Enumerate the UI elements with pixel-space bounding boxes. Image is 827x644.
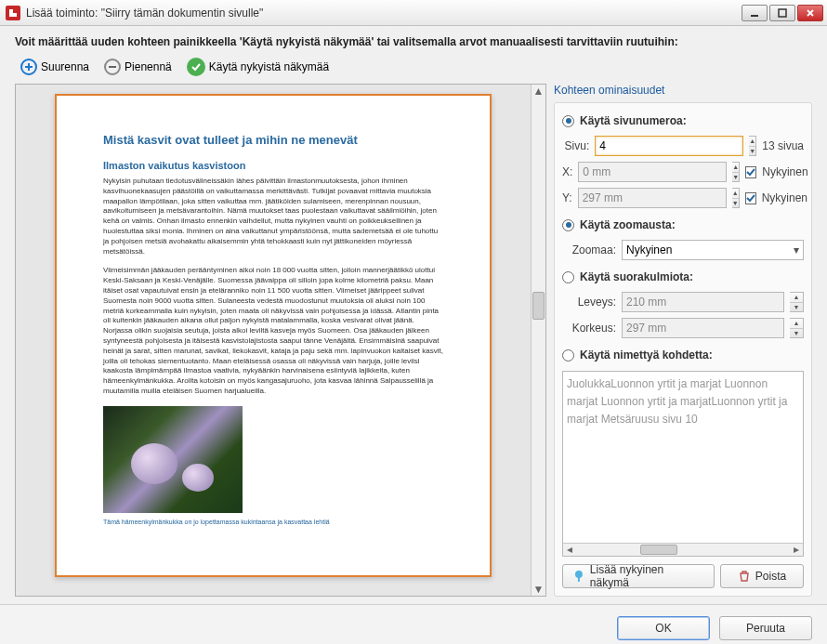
x-spinner: ▲▼ [732, 162, 740, 182]
chevron-down-icon: ▾ [794, 243, 799, 256]
doc-caption: Tämä hämeenkylmänkukka on jo lopettamass… [103, 519, 443, 525]
pin-icon [572, 570, 585, 583]
page-number-input[interactable] [595, 136, 743, 156]
radio-use-named-target[interactable] [562, 349, 574, 361]
minus-icon [104, 59, 121, 75]
zoom-in-label: Suurenna [41, 60, 89, 73]
radio-use-named-label: Käytä nimettyä kohdetta: [580, 348, 713, 361]
dialog-footer: OK Peruuta [0, 604, 827, 644]
radio-use-rectangle-label: Käytä suorakulmiota: [580, 270, 693, 283]
side-title: Kohteen ominaisuudet [554, 84, 812, 97]
label-zoom: Zoomaa: [562, 243, 616, 256]
zoom-toolbar: Suurenna Pienennä Käytä nykyistä näkymää [15, 56, 812, 78]
cancel-button[interactable]: Peruuta [719, 616, 812, 640]
preview-scroll[interactable]: Mistä kasvit ovat tulleet ja mihin ne me… [16, 85, 531, 596]
y-current-label: Nykyinen [762, 191, 807, 204]
scroll-thumb[interactable] [532, 292, 545, 320]
y-input [578, 188, 727, 208]
width-input [622, 292, 784, 312]
doc-para-2: Viimeisimmän jääkauden perääntyminen alk… [103, 266, 443, 396]
height-input [622, 318, 784, 338]
label-page: Sivu: [562, 139, 589, 152]
scroll-left-icon[interactable]: ◂ [563, 541, 576, 557]
y-spinner: ▲▼ [732, 188, 740, 208]
zoom-in-button[interactable]: Suurenna [15, 57, 95, 77]
zoom-combo[interactable]: Nykyinen ▾ [622, 240, 804, 260]
radio-use-rectangle[interactable] [562, 271, 574, 283]
svg-point-2 [575, 571, 583, 578]
delete-button[interactable]: Poista [720, 564, 804, 588]
close-button[interactable] [797, 5, 823, 21]
horizontal-scrollbar[interactable]: ◂ ▸ [563, 543, 803, 556]
page-total-label: 13 sivua [762, 139, 804, 152]
zoom-combo-value: Nykyinen [626, 243, 672, 256]
window-title: Lisää toiminto: "Siirry tämän dokumentin… [26, 7, 742, 20]
delete-label: Poista [755, 570, 786, 583]
use-current-view-button[interactable]: Käytä nykyistä näkymää [181, 56, 335, 78]
properties-panel: Käytä sivunumeroa: Sivu: ▲▼ 13 sivua X: … [554, 102, 812, 597]
instruction-text: Voit määrittää uuden kohteen painikkeell… [15, 35, 812, 48]
hscroll-thumb[interactable] [640, 545, 677, 555]
radio-use-page-number[interactable] [562, 115, 574, 127]
height-spinner: ▲▼ [790, 318, 804, 338]
vertical-scrollbar[interactable]: ▲ ▼ [531, 85, 545, 596]
svg-rect-0 [751, 15, 758, 17]
trash-icon [738, 570, 751, 583]
label-width: Leveys: [562, 296, 616, 309]
add-current-view-button[interactable]: Lisää nykyinen näkymä [562, 564, 715, 588]
x-current-checkbox[interactable] [745, 166, 756, 178]
named-targets-list[interactable]: JuolukkaLuonnon yrtit ja marjat Luonnon … [562, 371, 804, 557]
page-spinner[interactable]: ▲▼ [749, 136, 756, 156]
x-input [578, 162, 727, 182]
radio-use-zoom[interactable] [562, 219, 574, 231]
radio-use-zoom-label: Käytä zoomausta: [580, 218, 676, 231]
svg-rect-1 [779, 9, 786, 17]
named-targets-text: JuolukkaLuonnon yrtit ja marjat Luonnon … [567, 375, 799, 429]
label-y: Y: [562, 191, 572, 204]
y-current-checkbox[interactable] [745, 192, 756, 204]
preview-pane: Mistä kasvit ovat tulleet ja mihin ne me… [15, 84, 546, 597]
app-icon [6, 6, 20, 20]
label-x: X: [562, 165, 572, 178]
use-current-label: Käytä nykyistä näkymää [209, 60, 329, 73]
x-current-label: Nykyinen [762, 165, 807, 178]
doc-subheading: Ilmaston vaikutus kasvistoon [103, 160, 443, 171]
doc-para-1: Nykyisin puhutaan tiedotusvälineissäkin … [103, 177, 443, 256]
title-bar: Lisää toiminto: "Siirry tämän dokumentin… [0, 0, 827, 26]
label-height: Korkeus: [562, 322, 616, 335]
doc-photo [103, 406, 243, 513]
plus-icon [20, 59, 37, 75]
doc-heading: Mistä kasvit ovat tulleet ja mihin ne me… [103, 133, 443, 147]
add-current-view-label: Lisää nykyinen näkymä [590, 563, 704, 589]
scroll-up-icon[interactable]: ▲ [532, 85, 545, 98]
radio-use-page-label: Käytä sivunumeroa: [580, 114, 687, 127]
ok-button[interactable]: OK [617, 616, 710, 640]
page-preview[interactable]: Mistä kasvit ovat tulleet ja mihin ne me… [55, 94, 492, 577]
scroll-right-icon[interactable]: ▸ [790, 541, 803, 557]
minimize-button[interactable] [742, 5, 768, 21]
maximize-button[interactable] [769, 5, 795, 21]
width-spinner: ▲▼ [790, 292, 804, 312]
zoom-out-label: Pienennä [125, 60, 172, 73]
check-icon [187, 58, 205, 76]
scroll-down-icon[interactable]: ▼ [532, 583, 545, 596]
zoom-out-button[interactable]: Pienennä [98, 57, 177, 77]
